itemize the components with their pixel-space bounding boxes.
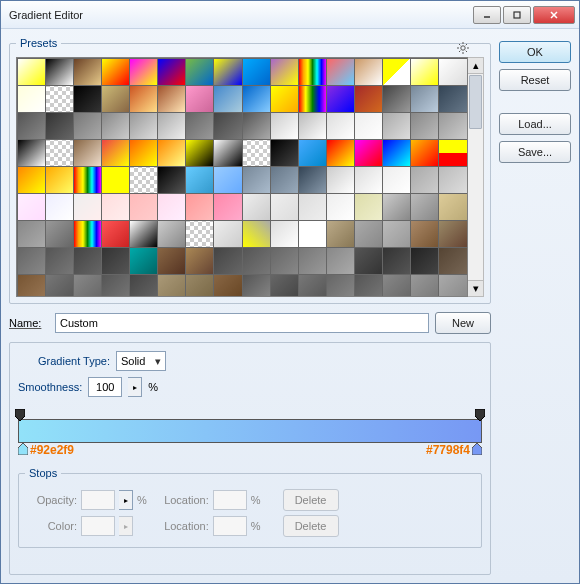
scroll-thumb[interactable] [469,75,482,129]
preset-swatch[interactable] [410,193,439,221]
preset-swatch[interactable] [326,112,355,140]
preset-swatch[interactable] [129,139,158,167]
preset-swatch[interactable] [354,139,383,167]
preset-swatch[interactable] [185,166,214,194]
preset-swatch[interactable] [213,85,242,113]
preset-swatch[interactable] [326,58,355,86]
close-button[interactable] [533,6,575,24]
preset-swatch[interactable] [410,58,439,86]
preset-swatch[interactable] [213,274,242,298]
preset-swatch[interactable] [382,85,411,113]
minimize-button[interactable] [473,6,501,24]
preset-swatch[interactable] [242,274,271,298]
preset-swatch[interactable] [270,112,299,140]
preset-swatch[interactable] [410,112,439,140]
preset-swatch[interactable] [354,112,383,140]
preset-swatch[interactable] [157,139,186,167]
preset-swatch[interactable] [17,193,46,221]
preset-swatch[interactable] [242,166,271,194]
preset-swatch[interactable] [157,112,186,140]
preset-swatch[interactable] [185,193,214,221]
preset-swatch[interactable] [101,85,130,113]
preset-swatch[interactable] [185,274,214,298]
preset-swatch[interactable] [438,220,467,248]
preset-swatch[interactable] [354,220,383,248]
preset-swatch[interactable] [129,166,158,194]
reset-button[interactable]: Reset [499,69,571,91]
preset-swatch[interactable] [185,139,214,167]
preset-swatch[interactable] [298,166,327,194]
preset-swatch[interactable] [354,85,383,113]
preset-swatch[interactable] [157,220,186,248]
preset-swatch[interactable] [298,247,327,275]
preset-swatch[interactable] [382,247,411,275]
preset-swatch[interactable] [354,58,383,86]
preset-swatch[interactable] [354,166,383,194]
preset-swatch[interactable] [354,193,383,221]
preset-swatch[interactable] [382,274,411,298]
preset-swatch[interactable] [213,193,242,221]
preset-swatch[interactable] [17,58,46,86]
preset-swatch[interactable] [382,58,411,86]
ok-button[interactable]: OK [499,41,571,63]
color-stop-left-icon[interactable] [18,443,28,457]
preset-swatch[interactable] [270,139,299,167]
preset-swatch[interactable] [270,274,299,298]
preset-swatch[interactable] [438,166,467,194]
maximize-button[interactable] [503,6,531,24]
preset-swatch[interactable] [382,193,411,221]
preset-swatch[interactable] [298,58,327,86]
preset-swatch[interactable] [326,85,355,113]
preset-swatch[interactable] [410,247,439,275]
preset-swatch[interactable] [410,85,439,113]
preset-swatch[interactable] [213,58,242,86]
preset-swatch[interactable] [185,58,214,86]
preset-swatch[interactable] [242,85,271,113]
preset-swatch[interactable] [438,139,467,167]
preset-swatch[interactable] [354,247,383,275]
smoothness-stepper[interactable]: ▸ [128,377,142,397]
preset-swatch[interactable] [438,247,467,275]
scroll-track[interactable] [468,130,483,280]
preset-swatch[interactable] [185,247,214,275]
preset-swatch[interactable] [157,193,186,221]
preset-swatch[interactable] [101,220,130,248]
preset-swatch[interactable] [382,166,411,194]
preset-swatch[interactable] [213,220,242,248]
preset-swatch[interactable] [129,247,158,275]
preset-swatch[interactable] [213,139,242,167]
preset-swatch[interactable] [101,274,130,298]
preset-swatch[interactable] [185,220,214,248]
preset-swatch[interactable] [326,139,355,167]
preset-swatch[interactable] [73,85,102,113]
color-stop-right-icon[interactable] [472,443,482,457]
preset-swatch[interactable] [157,85,186,113]
preset-swatch[interactable] [382,139,411,167]
preset-swatch[interactable] [410,274,439,298]
preset-swatch[interactable] [101,166,130,194]
preset-swatch[interactable] [45,58,74,86]
preset-swatch[interactable] [17,274,46,298]
preset-swatch[interactable] [101,193,130,221]
preset-swatch[interactable] [129,58,158,86]
preset-swatch[interactable] [101,58,130,86]
preset-swatch[interactable] [213,166,242,194]
preset-swatch[interactable] [157,274,186,298]
preset-swatch[interactable] [73,220,102,248]
preset-swatch[interactable] [242,193,271,221]
preset-swatch[interactable] [270,166,299,194]
preset-swatch[interactable] [270,220,299,248]
preset-swatch[interactable] [17,166,46,194]
preset-swatch[interactable] [17,139,46,167]
preset-swatch[interactable] [129,274,158,298]
preset-swatch[interactable] [242,247,271,275]
preset-swatch[interactable] [129,85,158,113]
new-button[interactable]: New [435,312,491,334]
preset-swatch[interactable] [73,193,102,221]
preset-swatch[interactable] [270,247,299,275]
load-button[interactable]: Load... [499,113,571,135]
preset-swatch[interactable] [438,112,467,140]
preset-swatch[interactable] [17,112,46,140]
preset-swatch[interactable] [45,274,74,298]
preset-swatch[interactable] [410,139,439,167]
